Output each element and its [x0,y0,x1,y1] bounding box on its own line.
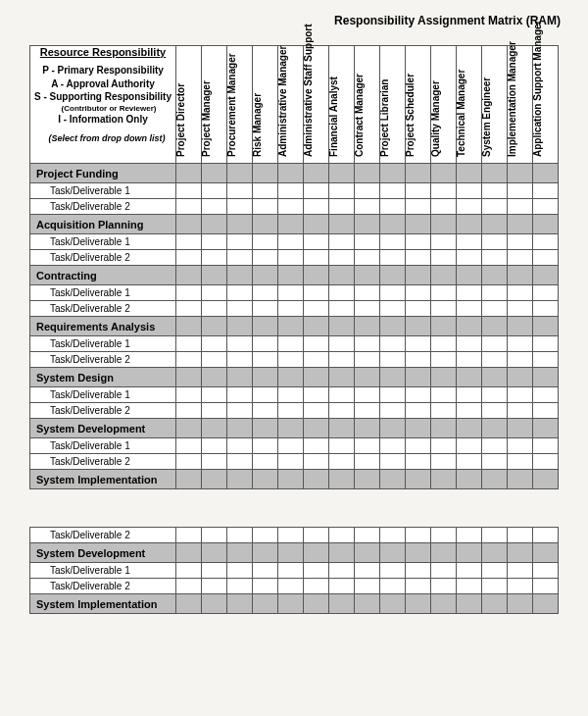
assignment-cell[interactable] [253,317,278,336]
assignment-cell[interactable] [202,317,227,336]
assignment-cell[interactable] [278,563,304,579]
assignment-cell[interactable] [508,183,533,199]
assignment-cell[interactable] [304,301,329,317]
assignment-cell[interactable] [176,368,202,387]
assignment-cell[interactable] [380,403,406,419]
assignment-cell[interactable] [304,336,329,352]
assignment-cell[interactable] [176,543,202,563]
assignment-cell[interactable] [253,470,278,489]
assignment-cell[interactable] [329,183,355,199]
assignment-cell[interactable] [304,419,329,438]
assignment-cell[interactable] [304,563,329,579]
assignment-cell[interactable] [304,403,329,419]
assignment-cell[interactable] [406,594,431,614]
assignment-cell[interactable] [253,234,278,250]
assignment-cell[interactable] [482,454,508,470]
assignment-cell[interactable] [355,336,380,352]
assignment-cell[interactable] [533,419,559,438]
assignment-cell[interactable] [533,470,559,489]
assignment-cell[interactable] [355,403,380,419]
assignment-cell[interactable] [431,563,457,579]
assignment-cell[interactable] [482,250,508,266]
assignment-cell[interactable] [457,336,482,352]
assignment-cell[interactable] [431,387,457,403]
assignment-cell[interactable] [176,266,202,285]
assignment-cell[interactable] [508,301,533,317]
assignment-cell[interactable] [227,234,253,250]
assignment-cell[interactable] [202,403,227,419]
assignment-cell[interactable] [431,543,457,563]
assignment-cell[interactable] [508,234,533,250]
assignment-cell[interactable] [533,352,559,368]
assignment-cell[interactable] [406,403,431,419]
assignment-cell[interactable] [533,234,559,250]
assignment-cell[interactable] [482,164,508,183]
assignment-cell[interactable] [482,419,508,438]
assignment-cell[interactable] [176,454,202,470]
assignment-cell[interactable] [431,594,457,614]
assignment-cell[interactable] [227,543,253,563]
assignment-cell[interactable] [457,563,482,579]
assignment-cell[interactable] [482,301,508,317]
assignment-cell[interactable] [278,250,304,266]
assignment-cell[interactable] [380,301,406,317]
assignment-cell[interactable] [406,352,431,368]
assignment-cell[interactable] [176,301,202,317]
assignment-cell[interactable] [431,164,457,183]
assignment-cell[interactable] [380,579,406,594]
assignment-cell[interactable] [406,285,431,301]
assignment-cell[interactable] [457,368,482,387]
assignment-cell[interactable] [482,579,508,594]
assignment-cell[interactable] [329,470,355,489]
assignment-cell[interactable] [227,215,253,234]
assignment-cell[interactable] [380,563,406,579]
assignment-cell[interactable] [176,387,202,403]
assignment-cell[interactable] [482,594,508,614]
assignment-cell[interactable] [431,250,457,266]
assignment-cell[interactable] [431,528,457,543]
assignment-cell[interactable] [508,352,533,368]
assignment-cell[interactable] [278,579,304,594]
assignment-cell[interactable] [355,579,380,594]
assignment-cell[interactable] [227,579,253,594]
assignment-cell[interactable] [431,285,457,301]
assignment-cell[interactable] [457,438,482,454]
assignment-cell[interactable] [533,403,559,419]
assignment-cell[interactable] [202,470,227,489]
assignment-cell[interactable] [355,215,380,234]
assignment-cell[interactable] [227,301,253,317]
assignment-cell[interactable] [380,594,406,614]
assignment-cell[interactable] [278,301,304,317]
assignment-cell[interactable] [355,234,380,250]
assignment-cell[interactable] [355,250,380,266]
assignment-cell[interactable] [355,183,380,199]
assignment-cell[interactable] [380,164,406,183]
assignment-cell[interactable] [329,454,355,470]
assignment-cell[interactable] [431,215,457,234]
assignment-cell[interactable] [355,543,380,563]
assignment-cell[interactable] [508,528,533,543]
assignment-cell[interactable] [202,419,227,438]
assignment-cell[interactable] [304,215,329,234]
assignment-cell[interactable] [278,387,304,403]
assignment-cell[interactable] [278,164,304,183]
assignment-cell[interactable] [329,317,355,336]
assignment-cell[interactable] [329,215,355,234]
assignment-cell[interactable] [176,215,202,234]
assignment-cell[interactable] [329,164,355,183]
assignment-cell[interactable] [508,438,533,454]
assignment-cell[interactable] [533,528,559,543]
assignment-cell[interactable] [329,403,355,419]
assignment-cell[interactable] [304,454,329,470]
assignment-cell[interactable] [304,579,329,594]
assignment-cell[interactable] [431,403,457,419]
assignment-cell[interactable] [355,317,380,336]
assignment-cell[interactable] [533,266,559,285]
assignment-cell[interactable] [304,164,329,183]
assignment-cell[interactable] [508,387,533,403]
assignment-cell[interactable] [406,234,431,250]
assignment-cell[interactable] [329,301,355,317]
assignment-cell[interactable] [278,543,304,563]
assignment-cell[interactable] [227,352,253,368]
assignment-cell[interactable] [227,336,253,352]
